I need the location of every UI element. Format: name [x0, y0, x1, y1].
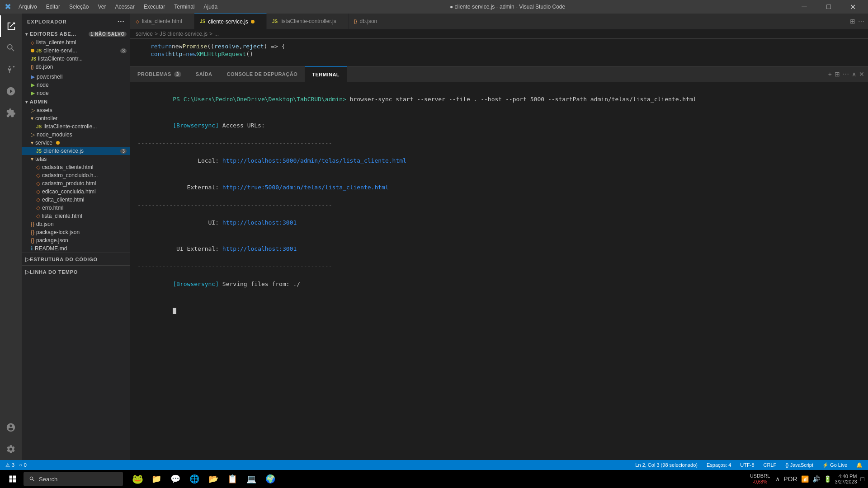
taskbar-task[interactable]: 📋 — [223, 470, 241, 488]
taskbar-edge[interactable]: 🌍 — [261, 470, 279, 488]
menu-terminal[interactable]: Terminal — [170, 3, 198, 11]
structure-section[interactable]: ▷ ESTRUTURA DO CÓDIGO — [22, 253, 130, 265]
tab-cliente-service[interactable]: JS cliente-service.js × — [194, 14, 267, 29]
language-status[interactable]: {} JavaScript — [783, 462, 815, 468]
erro-file[interactable]: ◇ erro.html — [22, 204, 130, 212]
external-url[interactable]: http://true:5000/admin/telas/lista_clien… — [222, 184, 389, 191]
ui-url[interactable]: http://localhost:3001 — [222, 219, 297, 226]
cursor-position[interactable]: Ln 2, Col 3 (98 selecionado) — [633, 462, 699, 468]
assets-folder[interactable]: ▷ assets — [22, 106, 130, 114]
activity-source-control[interactable] — [0, 59, 22, 80]
menu-ver[interactable]: Ver — [94, 3, 109, 11]
time-display[interactable]: 4:40 PM 3/27/2023 — [835, 474, 857, 484]
json-tab-icon: {} — [354, 19, 357, 24]
breadcrumb: service > JS cliente-service.js > ... — [130, 29, 868, 39]
tab-lista-controller[interactable]: JS listaCliente-controller.js × — [267, 14, 349, 29]
go-live-status[interactable]: ⚡ Go Live — [821, 462, 849, 468]
cadastro-produto-file[interactable]: ◇ cadastro_produto.html — [22, 179, 130, 188]
terminal-sep3: ----------------------------------------… — [137, 262, 861, 271]
taskbar-search[interactable]: Search — [24, 472, 123, 486]
tab-lista-cliente[interactable]: ◇ lista_cliente.html × — [130, 14, 194, 29]
open-editor-lista-controller[interactable]: JS listaCliente-contr... — [22, 55, 130, 63]
edita-cliente-file[interactable]: ◇ edita_cliente.html — [22, 196, 130, 204]
local-url[interactable]: http://localhost:5000/admin/telas/lista_… — [222, 157, 406, 164]
start-button[interactable] — [4, 470, 22, 488]
terminal-content[interactable]: PS C:\Users\Pedro\OneDrive\Desktop\TabCR… — [130, 82, 868, 460]
node-modules-folder[interactable]: ▷ node_modules — [22, 131, 130, 139]
breadcrumb-file[interactable]: JS cliente-service.js — [160, 31, 208, 37]
tray-up-arrow[interactable]: ∧ — [775, 475, 780, 483]
eol-status[interactable]: CRLF — [762, 462, 778, 468]
maximize-button[interactable]: □ — [818, 0, 839, 14]
minimize-button[interactable]: ─ — [794, 0, 815, 14]
panel-tab-problems[interactable]: PROBLEMAS 3 — [130, 66, 189, 82]
tray-wifi[interactable]: 📶 — [801, 475, 809, 483]
package-json[interactable]: {} package.json — [22, 236, 130, 244]
menu-arquivo[interactable]: Arquivo — [15, 3, 41, 11]
taskbar-frog[interactable]: 🐸 — [128, 470, 146, 488]
activity-settings[interactable] — [0, 438, 22, 460]
spaces-status[interactable]: Espaços: 4 — [705, 462, 733, 468]
package-lock-json[interactable]: {} package-lock.json — [22, 228, 130, 236]
menu-editar[interactable]: Editar — [42, 3, 64, 11]
db-json-root[interactable]: {} db.json — [22, 220, 130, 228]
activity-search[interactable] — [0, 37, 22, 59]
cadastra-cliente-file[interactable]: ◇ cadastra_cliente.html — [22, 163, 130, 171]
open-editors-header[interactable]: ▾ EDITORES ABE... 1 não salvo — [22, 29, 130, 38]
powershell-item[interactable]: ▶ powershell — [22, 73, 130, 81]
activity-extensions[interactable] — [0, 102, 22, 124]
split-terminal-icon[interactable]: ⊞ — [835, 70, 840, 78]
breadcrumb-service[interactable]: service — [136, 31, 153, 37]
edicao-concluida-file[interactable]: ◇ edicao_concluida.html — [22, 188, 130, 196]
taskbar-files[interactable]: 📁 — [147, 470, 165, 488]
close-panel-icon[interactable]: ✕ — [859, 70, 864, 78]
lista-controller-file[interactable]: JS listaCliente-controlle... — [22, 122, 130, 131]
taskbar-chat[interactable]: 💬 — [166, 470, 184, 488]
errors-status[interactable]: ⚠ 3 ○ 0 — [4, 462, 28, 468]
tab-db-json[interactable]: {} db.json × — [349, 14, 390, 29]
timeline-section[interactable]: ▷ LINHA DO TEMPO — [22, 265, 130, 278]
tray-sound[interactable]: 🔊 — [812, 475, 820, 483]
admin-section-header[interactable]: ▾ ADMIN — [22, 97, 130, 106]
readme-md[interactable]: ℹ README.md — [22, 244, 130, 253]
explorer-more[interactable]: ⋯ — [117, 17, 125, 26]
more-actions-icon[interactable]: ⋯ — [858, 18, 864, 25]
telas-folder[interactable]: ▾ telas — [22, 155, 130, 163]
open-editor-lista-cliente[interactable]: ◇ lista_cliente.html — [22, 38, 130, 47]
activity-accounts[interactable] — [0, 417, 22, 438]
service-folder[interactable]: ▾ service — [22, 139, 130, 147]
taskbar-vscode[interactable]: 💻 — [242, 470, 260, 488]
split-editor-icon[interactable]: ⊞ — [850, 18, 855, 25]
tray-notification[interactable]: □ — [861, 475, 864, 483]
menu-executar[interactable]: Executar — [140, 3, 169, 11]
cliente-service-file[interactable]: JS cliente-service.js 3 — [22, 147, 130, 155]
activity-explorer[interactable] — [0, 15, 22, 37]
encoding-status[interactable]: UTF-8 — [738, 462, 756, 468]
node-item-2[interactable]: ▶ node — [22, 89, 130, 97]
menu-selecao[interactable]: Seleção — [66, 3, 92, 11]
collapse-icon[interactable]: ∧ — [852, 70, 856, 78]
panel-tab-terminal[interactable]: TERMINAL — [305, 66, 347, 82]
open-editor-cliente-service[interactable]: JS cliente-servi... 3 — [22, 47, 130, 55]
lista-cliente-file[interactable]: ◇ lista_cliente.html — [22, 212, 130, 220]
editor-code[interactable]: return new Promise((resolve, reject) => … — [130, 39, 868, 66]
controller-folder[interactable]: ▾ controller — [22, 114, 130, 122]
tray-language[interactable]: POR — [783, 475, 797, 483]
taskbar-explorer2[interactable]: 📂 — [204, 470, 222, 488]
tray-battery[interactable]: 🔋 — [824, 475, 831, 483]
panel-tab-saida[interactable]: SAÍDA — [189, 66, 220, 82]
close-button[interactable]: ✕ — [843, 0, 863, 14]
ui-ext-url[interactable]: http://localhost:3001 — [222, 245, 297, 252]
cadastro-concluido-file[interactable]: ◇ cadastro_concluido.h... — [22, 171, 130, 179]
menu-acessar[interactable]: Acessar — [111, 3, 138, 11]
open-editor-db[interactable]: {} db.json — [22, 63, 130, 71]
add-terminal-icon[interactable]: + — [828, 70, 832, 78]
breadcrumb-more[interactable]: ... — [214, 31, 219, 37]
menu-ajuda[interactable]: Ajuda — [200, 3, 222, 11]
activity-run-debug[interactable] — [0, 80, 22, 102]
node-item-1[interactable]: ▶ node — [22, 81, 130, 89]
taskbar-chrome[interactable]: 🌐 — [185, 470, 203, 488]
notifications-status[interactable]: 🔔 — [854, 462, 864, 468]
panel-tab-console[interactable]: CONSOLE DE DEPURAÇÃO — [220, 66, 305, 82]
more-terminal-icon[interactable]: ⋯ — [843, 70, 849, 78]
